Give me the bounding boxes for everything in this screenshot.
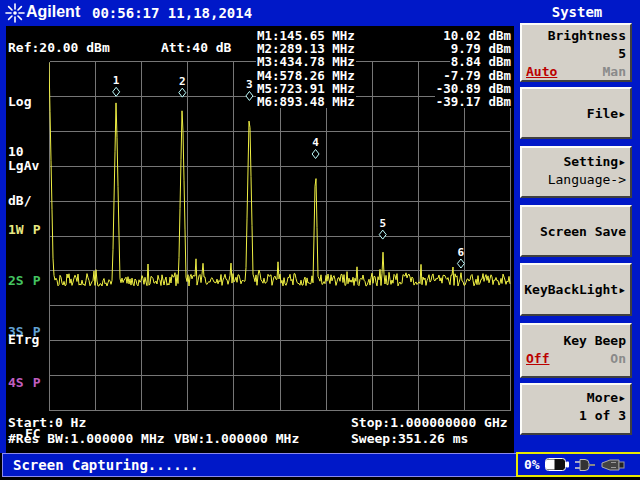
ref-level-label: Ref:20.00 dBm <box>8 40 110 55</box>
attenuation-label: Att:40 dB <box>161 40 231 55</box>
setting-label: Setting▸ <box>526 153 626 171</box>
marker-freq: M5:723.91 MHz <box>256 82 356 95</box>
trigger-label: ETrg <box>8 332 39 347</box>
marker-2-number: 2 <box>179 75 186 88</box>
system-menu-title: System <box>514 4 640 20</box>
screen-save-label: Screen Save <box>526 209 626 253</box>
softkey-key-backlight[interactable]: KeyBackLight▸ <box>520 263 632 316</box>
marker-row: M5:723.91 MHz-30.89 dBm <box>256 82 512 95</box>
marker-3-diamond <box>246 91 253 100</box>
brightness-man-option[interactable]: Man <box>603 63 626 81</box>
battery-percent: 0% <box>524 457 540 472</box>
marker-1-number: 1 <box>113 74 120 87</box>
softkey-file[interactable]: File▸ <box>520 87 632 139</box>
brand-logo: Agilent <box>26 3 80 21</box>
language-label: Language-> <box>526 171 626 189</box>
brightness-value: 5 <box>526 45 626 63</box>
analyzer-screen: Agilent 00:56:17 11,18,2014 System 12345… <box>0 0 640 480</box>
status-bar: Screen Capturing...... <box>2 453 522 477</box>
softkey-more[interactable]: More▸ 1 of 3 <box>520 383 632 435</box>
marker-5-diamond <box>379 230 386 239</box>
status-message: Screen Capturing...... <box>13 457 198 473</box>
key-beep-title: Key Beep <box>526 332 626 350</box>
marker-table: M1:145.65 MHz10.02 dBm M2:289.13 MHz9.79… <box>256 29 512 108</box>
marker-freq: M6:893.48 MHz <box>256 95 356 108</box>
sweep-row-1: Start:0 Hz Stop:1.000000000 GHz <box>6 415 514 430</box>
brightness-title: Brightness <box>526 27 626 45</box>
key-beep-on-option[interactable]: On <box>610 350 626 368</box>
softkey-screen-save[interactable]: Screen Save <box>520 205 632 257</box>
marker-amp: -7.79 dBm <box>442 69 512 82</box>
key-backlight-label: KeyBackLight▸ <box>526 267 626 312</box>
marker-4-diamond <box>312 149 319 158</box>
key-beep-off-option[interactable]: Off <box>526 350 549 368</box>
softkey-key-beep[interactable]: Key Beep Off On <box>520 323 632 378</box>
marker-amp: -30.89 dBm <box>435 82 512 95</box>
softkey-setting[interactable]: Setting▸ Language-> <box>520 146 632 198</box>
stop-freq-label: Stop:1.000000000 GHz <box>351 415 508 430</box>
marker-row: M3:434.78 MHz8.84 dBm <box>256 55 512 68</box>
start-freq-label: Start:0 Hz <box>8 415 86 430</box>
plot-area: 123456 Ref:20.00 dBm Att:40 dB Log 10 dB… <box>6 26 514 453</box>
vbw-label: VBW:1.000000 MHz <box>174 431 299 446</box>
marker-freq: M4:578.26 MHz <box>256 69 356 82</box>
marker-row: M4:578.26 MHz-7.79 dBm <box>256 69 512 82</box>
sweep-row-2: #Res BW:1.000000 MHz VBW:1.000000 MHz Sw… <box>6 431 514 446</box>
spectrum-display: 123456 <box>49 61 511 411</box>
average-label: LgAv <box>8 158 39 173</box>
scale-type-label: Log <box>8 94 55 111</box>
more-page-label: 1 of 3 <box>526 407 626 425</box>
brightness-auto-option[interactable]: Auto <box>526 63 557 81</box>
marker-amp: -39.17 dBm <box>435 95 512 108</box>
softkey-brightness[interactable]: Brightness 5 Auto Man <box>520 23 632 82</box>
trace-4-tag: 4SP <box>8 374 55 391</box>
file-label: File▸ <box>526 91 626 135</box>
sweep-time-label: Sweep:351.26 ms <box>351 431 468 446</box>
trace-2-tag: 2SP <box>8 272 55 289</box>
trace-1-tag: 1WP <box>8 221 55 238</box>
ac-plug-icon <box>574 458 596 472</box>
marker-freq: M3:434.78 MHz <box>256 55 356 68</box>
marker-row: M6:893.48 MHz-39.17 dBm <box>256 95 512 108</box>
marker-6-diamond <box>457 259 464 268</box>
marker-2-diamond <box>179 88 186 97</box>
power-status-box: 0% <box>516 452 640 477</box>
rbw-label: #Res BW:1.000000 MHz <box>8 431 165 446</box>
marker-amp: 8.84 dBm <box>450 55 512 68</box>
agilent-spark-icon <box>5 3 25 23</box>
more-label: More▸ <box>526 389 626 407</box>
battery-icon <box>545 458 569 471</box>
marker-3-number: 3 <box>246 78 253 91</box>
clock-text: 00:56:17 11,18,2014 <box>92 5 252 21</box>
marker-4-number: 4 <box>312 136 319 149</box>
softkey-sidebar: Brightness 5 Auto Man File▸ Setting▸ Lan… <box>514 22 640 453</box>
marker-6-number: 6 <box>458 246 465 259</box>
marker-1-diamond <box>113 87 120 96</box>
marker-5-number: 5 <box>379 217 386 230</box>
dc-power-icon <box>601 458 625 472</box>
